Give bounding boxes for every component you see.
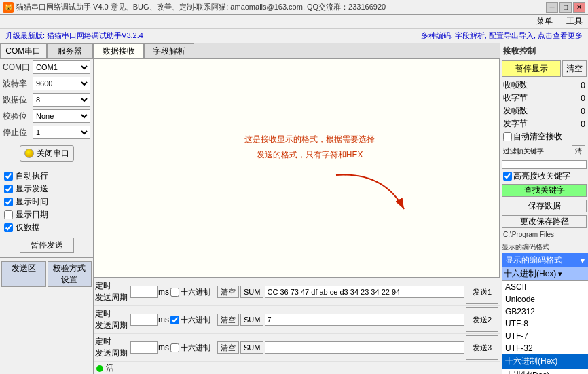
dropdown-option-utf32[interactable]: UTF-32 <box>502 342 588 354</box>
send2-clear-button[interactable]: 清空 <box>217 314 239 326</box>
dropdown-option-hex[interactable]: 十六进制(Hex) <box>502 354 588 369</box>
send3-button[interactable]: 发送3 <box>466 335 498 360</box>
separator2 <box>0 257 93 258</box>
minimize-button[interactable]: ─ <box>546 2 558 13</box>
send1-data-input[interactable] <box>265 286 464 298</box>
info-bar: 升级最新版: 猫猫串口网络调试助手V3.2.4 多种编码, 字段解析, 配置导出… <box>0 29 588 43</box>
checksum-section-label: 校验方式设置 <box>48 261 92 287</box>
stat-frames-recv: 收帧数 0 <box>502 79 587 91</box>
data-only-checkbox[interactable] <box>4 223 13 232</box>
port-status-led <box>24 149 34 158</box>
dropdown-selected[interactable]: 十六进制(Hex) ▾ <box>502 267 588 281</box>
send-area: 定时 发送周期 1000 ms 十六进制 清空 SUM 发送1 <box>94 278 500 362</box>
hint-line2: 发送的格式，只有字符和HEX <box>257 149 363 159</box>
send2-period-input[interactable]: 500 <box>130 314 158 326</box>
menu-item-tools[interactable]: 工具 <box>564 15 585 28</box>
send2-hex-label: 十六进制 <box>181 315 216 325</box>
send1-period-input[interactable]: 1000 <box>130 286 158 298</box>
send3-period-label: 发送周期 <box>95 348 128 359</box>
dropdown-option-utf7[interactable]: UTF-7 <box>502 330 588 342</box>
send3-period-input[interactable]: 1000 <box>130 341 158 354</box>
stat-bytes-recv: 收字节 0 <box>502 92 587 104</box>
stop-bits-select[interactable]: 1 <box>33 126 90 139</box>
dropdown-option-dec[interactable]: 十进制(Dec) <box>502 369 588 374</box>
dropdown-option-utf8[interactable]: UTF-8 <box>502 318 588 330</box>
parity-row: 校验位 None <box>0 108 93 124</box>
send-row-3: 定时 发送周期 1000 ms 十六进制 清空 SUM 发送3 <box>94 334 500 362</box>
encoding-dropdown[interactable]: 显示的编码格式 ▼ 十六进制(Hex) ▾ ASCII Unicode GB23… <box>502 253 588 374</box>
save-data-button[interactable]: 保存数据 <box>502 200 587 212</box>
format-label: 显示的编码格式 <box>502 242 587 253</box>
pause-send-button[interactable]: 暂停发送 <box>20 238 74 253</box>
send2-button[interactable]: 发送2 <box>466 307 498 332</box>
tab-parse[interactable]: 字段解析 <box>144 43 194 58</box>
data-only-label: 仅数据 <box>16 222 40 233</box>
port-select[interactable]: COM1 <box>33 60 90 74</box>
receive-area: 这是接收显示的格式，根据需要选择 发送的格式，只有字符和HEX <box>94 58 500 278</box>
send3-timer-label: 定时 <box>95 336 111 348</box>
more-link[interactable]: 多种编码, 字段解析, 配置导出导入, 点击查看更多 <box>421 31 583 41</box>
upgrade-link[interactable]: 升级最新版: 猫猫串口网络调试助手V3.2.4 <box>5 31 143 41</box>
filter-clear-button[interactable]: 清 <box>572 145 585 157</box>
parity-select[interactable]: None <box>33 109 90 123</box>
send2-timer-label: 定时 <box>95 308 111 320</box>
dropdown-option-gb2312[interactable]: GB2312 <box>502 305 588 318</box>
data-only-row: 仅数据 <box>0 221 93 234</box>
app-icon: 🐱 <box>3 2 14 13</box>
tab-receive[interactable]: 数据接收 <box>94 43 144 58</box>
stat-bytes-send: 发字节 0 <box>502 118 587 130</box>
send1-period-label: 发送周期 <box>95 292 128 303</box>
filter-label: 过滤帧关键字 <box>503 147 570 156</box>
send3-hex-label: 十六进制 <box>181 343 216 353</box>
stat-bytes-recv-label: 收字节 <box>503 92 528 104</box>
send2-sum-button[interactable]: SUM <box>240 314 263 326</box>
stat-frames-send: 发帧数 0 <box>502 105 587 117</box>
dropdown-option-ascii[interactable]: ASCII <box>502 281 588 293</box>
find-keyword-button[interactable]: 查找关键字 <box>502 184 587 197</box>
highlight-label: 高亮接收关键字 <box>513 170 570 182</box>
separator1 <box>0 168 93 168</box>
show-send-label: 显示发送 <box>16 183 48 195</box>
pause-display-button[interactable]: 暂停显示 <box>502 60 561 77</box>
hint-arrow <box>329 168 411 223</box>
maximize-button[interactable]: □ <box>559 2 572 13</box>
send2-hex-checkbox[interactable] <box>170 316 179 324</box>
show-send-checkbox[interactable] <box>4 185 13 193</box>
data-bits-select[interactable]: 8 <box>33 93 90 107</box>
clear-display-button[interactable]: 清空 <box>562 60 587 77</box>
send3-sum-button[interactable]: SUM <box>240 341 263 354</box>
filter-input[interactable] <box>502 160 587 169</box>
show-time-label: 显示时间 <box>16 196 48 208</box>
send1-timer-label: 定时 <box>95 280 111 292</box>
data-bits-row: 数据位 8 <box>0 92 93 108</box>
dropdown-title: 显示的编码格式 <box>505 255 562 266</box>
show-time-checkbox[interactable] <box>4 198 13 206</box>
send3-hex-checkbox[interactable] <box>170 343 179 352</box>
auto-exec-label: 自动执行 <box>16 170 48 182</box>
send2-data-input[interactable] <box>265 314 464 326</box>
title-bar: 🐱 猫猫串口网络调试助手 V4.0 意见、BUG、改善、定制-联系阿猫: ama… <box>0 0 588 15</box>
send1-button[interactable]: 发送1 <box>466 280 498 304</box>
stat-frames-send-value: 0 <box>581 107 585 116</box>
highlight-checkbox[interactable] <box>503 172 512 181</box>
send3-data-input[interactable] <box>265 341 464 354</box>
send1-period-unit: ms <box>158 287 169 297</box>
send1-sum-button[interactable]: SUM <box>240 286 263 298</box>
menu-item-menu[interactable]: 菜单 <box>534 15 555 28</box>
baud-select[interactable]: 9600 <box>33 77 90 90</box>
close-button[interactable]: ✕ <box>573 2 585 13</box>
auto-clear-row: 自动清空接收 <box>502 131 587 143</box>
baud-row: 波特率 9600 <box>0 75 93 92</box>
show-date-checkbox[interactable] <box>4 210 13 219</box>
change-path-button[interactable]: 更改保存路径 <box>502 215 587 228</box>
tab-com[interactable]: COM串口 <box>0 43 47 58</box>
tab-server[interactable]: 服务器 <box>47 43 94 58</box>
dropdown-option-unicode[interactable]: Unicode <box>502 293 588 305</box>
send3-clear-button[interactable]: 清空 <box>217 341 239 354</box>
open-port-button[interactable]: 关闭串口 <box>20 145 74 162</box>
main-container: COM串口 服务器 COM口 COM1 波特率 9600 数据位 8 校验位 N… <box>0 43 588 374</box>
auto-clear-checkbox[interactable] <box>503 132 512 141</box>
send1-clear-button[interactable]: 清空 <box>217 286 239 298</box>
auto-exec-checkbox[interactable] <box>4 172 13 181</box>
send1-hex-checkbox[interactable] <box>170 288 179 297</box>
